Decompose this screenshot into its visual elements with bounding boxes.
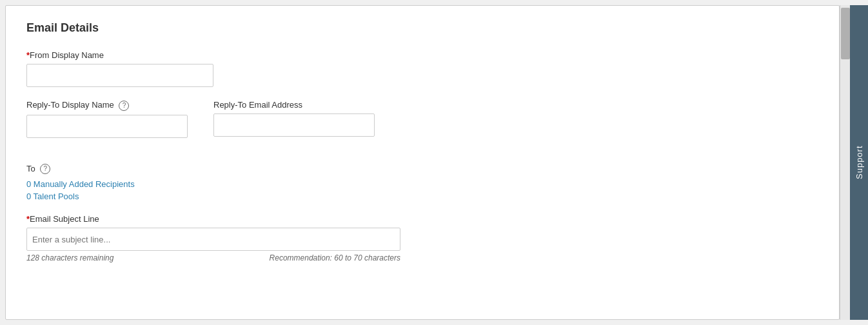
- email-subject-group: *Email Subject Line 128 characters remai…: [26, 214, 818, 262]
- to-help-icon[interactable]: ?: [40, 164, 50, 174]
- reply-to-email-label: Reply-To Email Address: [213, 100, 375, 110]
- char-remaining-text: 128 characters remaining: [26, 253, 113, 262]
- recommendation-text: Recommendation: 60 to 70 characters: [270, 253, 400, 262]
- reply-to-display-name-input[interactable]: [26, 115, 188, 138]
- reply-to-row: Reply-To Display Name ? Reply-To Email A…: [26, 100, 818, 151]
- email-subject-label: *Email Subject Line: [26, 214, 818, 224]
- scrollbar[interactable]: [840, 5, 850, 320]
- from-display-name-label: *From Display Name: [26, 50, 818, 60]
- reply-to-display-name-label: Reply-To Display Name ?: [26, 100, 188, 111]
- support-tab[interactable]: Support: [850, 5, 868, 320]
- reply-to-email-group: Reply-To Email Address: [213, 100, 375, 138]
- talent-pools-link[interactable]: 0 Talent Pools: [26, 192, 818, 201]
- email-subject-input[interactable]: [26, 228, 400, 251]
- section-title: Email Details: [26, 21, 818, 35]
- to-label: To ?: [26, 164, 818, 175]
- reply-to-display-name-group: Reply-To Display Name ?: [26, 100, 188, 138]
- from-display-name-input[interactable]: [26, 64, 213, 87]
- to-section: To ? 0 Manually Added Recipients 0 Talen…: [26, 164, 818, 202]
- from-display-name-group: *From Display Name: [26, 50, 818, 87]
- reply-to-email-input[interactable]: [213, 113, 375, 137]
- email-details-panel: Email Details *From Display Name Reply-T…: [5, 5, 840, 320]
- scrollbar-thumb[interactable]: [841, 8, 850, 59]
- reply-to-display-name-help-icon[interactable]: ?: [119, 101, 129, 111]
- manually-added-recipients-link[interactable]: 0 Manually Added Recipients: [26, 179, 818, 189]
- char-count-row: 128 characters remaining Recommendation:…: [26, 253, 400, 262]
